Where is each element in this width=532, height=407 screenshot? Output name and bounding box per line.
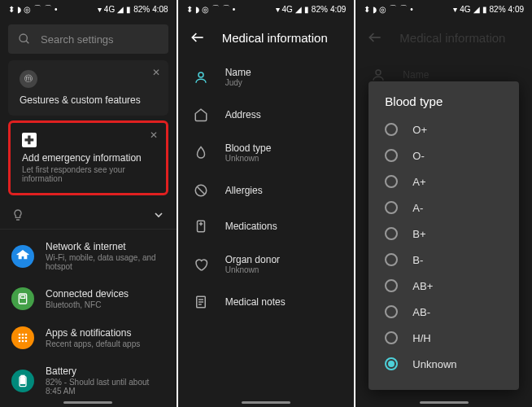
radio-icon: [385, 201, 398, 214]
settings-item[interactable]: Battery 82% - Should last until about 8:…: [0, 357, 177, 404]
radio-option[interactable]: A+: [368, 168, 519, 195]
svg-point-5: [22, 334, 24, 336]
emergency-title: Add emergency information: [22, 152, 155, 164]
home-indicator[interactable]: [242, 401, 290, 404]
home-indicator[interactable]: [63, 401, 112, 404]
clock: 4:09: [508, 5, 524, 14]
item-subtitle: Recent apps, default apps: [46, 339, 140, 348]
back-icon: [367, 29, 383, 46]
svg-line-20: [197, 187, 204, 195]
radio-label: H/H: [412, 332, 430, 344]
settings-item[interactable]: Connected devices Bluetooth, NFC: [0, 279, 177, 318]
svg-point-8: [22, 337, 24, 339]
item-title: Battery: [46, 365, 165, 377]
moon-icon: ◗: [373, 5, 377, 14]
item-icon: [193, 218, 209, 234]
status-icon: ⬍: [186, 5, 193, 14]
medical-item[interactable]: Medical notes: [178, 284, 355, 320]
radio-option[interactable]: Unknown: [368, 351, 519, 377]
item-title: Name: [225, 67, 251, 78]
item-title: Address: [225, 109, 261, 120]
medical-item[interactable]: Allergies: [178, 173, 355, 208]
emergency-subtitle: Let first responders see your informatio…: [22, 165, 155, 183]
radio-icon: [385, 357, 398, 370]
vpn-icon: ⌒: [44, 3, 52, 15]
signal-icon: ◢: [473, 5, 480, 14]
item-title: Apps & notifications: [46, 327, 140, 339]
medical-item[interactable]: Organ donor Unknown: [178, 244, 355, 284]
moon-icon: ◗: [17, 5, 21, 14]
wifi-icon: ▾: [98, 5, 102, 14]
item-subtitle: Unknown: [225, 154, 272, 163]
medical-item[interactable]: Address: [178, 97, 355, 133]
page-title: Medical information: [399, 31, 505, 45]
radio-option[interactable]: B+: [368, 221, 519, 247]
radio-label: AB-: [412, 306, 430, 318]
wifi-icon: ▾: [453, 5, 457, 14]
item-title: Connected devices: [46, 288, 129, 300]
target-icon: ◎: [202, 5, 209, 14]
search-icon: [18, 33, 31, 46]
svg-point-9: [25, 337, 28, 339]
blood-type-dialog: Blood type O+ O- A+ A- B+ B- AB+ AB- H/H…: [368, 81, 519, 390]
signal-icon: ◢: [117, 5, 124, 14]
radio-option[interactable]: AB+: [368, 273, 519, 299]
item-icon: [193, 182, 209, 199]
battery-icon: ▮: [304, 5, 309, 14]
item-subtitle: Unknown: [225, 265, 280, 274]
vpn-icon: ⌒: [389, 3, 397, 15]
medical-item[interactable]: Medications: [178, 208, 355, 244]
svg-point-11: [22, 340, 24, 343]
radio-icon: [385, 253, 398, 266]
close-icon[interactable]: ✕: [150, 129, 158, 141]
radio-label: A-: [412, 202, 423, 214]
clock: 4:09: [330, 5, 346, 14]
svg-rect-15: [20, 378, 24, 383]
target-icon: ◎: [24, 5, 31, 14]
signal-icon: ◢: [295, 5, 302, 14]
more-icon: •: [410, 5, 413, 14]
suggestions-toggle[interactable]: [0, 200, 177, 230]
radio-option[interactable]: H/H: [368, 325, 519, 351]
settings-item[interactable]: Apps & notifications Recent apps, defaul…: [0, 318, 177, 357]
item-title: Medical notes: [225, 296, 286, 308]
svg-point-0: [20, 34, 27, 42]
radio-label: A+: [412, 176, 425, 188]
radio-option[interactable]: B-: [368, 247, 519, 273]
settings-list: Network & internet Wi-Fi, mobile, data u…: [0, 233, 177, 407]
vpn-icon: ⌒: [211, 3, 220, 15]
search-input[interactable]: Search settings: [8, 24, 168, 54]
radio-option[interactable]: O+: [368, 116, 519, 142]
radio-option[interactable]: AB-: [368, 299, 519, 325]
radio-option[interactable]: A-: [368, 195, 519, 221]
gestures-card[interactable]: ✕ ⓜ Gestures & custom features: [8, 60, 168, 116]
settings-item[interactable]: Network & internet Wi-Fi, mobile, data u…: [0, 233, 177, 279]
svg-point-10: [19, 340, 21, 343]
medical-item[interactable]: Name Judy: [178, 57, 355, 97]
lte-label: 4G: [460, 5, 470, 14]
settings-item[interactable]: Display Wallpaper, sleep, font size: [0, 404, 177, 407]
status-icon: ⬍: [8, 5, 15, 14]
home-indicator[interactable]: [420, 401, 469, 404]
svg-point-6: [25, 334, 28, 336]
medical-list: Name Judy Address Blood type Unknown All…: [178, 57, 355, 320]
status-bar: ⬍ ◗ ◎ ⌒ ⌒ • ▾ 4G ◢ ▮ 82% 4:09: [178, 0, 355, 18]
radio-label: B+: [412, 228, 425, 240]
svg-point-18: [198, 72, 203, 77]
vpn-icon: ⌒: [33, 3, 41, 15]
back-icon[interactable]: [190, 29, 206, 46]
item-subtitle: Wi-Fi, mobile, data usage, and hotspot: [46, 253, 165, 271]
item-title: Blood type: [225, 142, 272, 154]
dialog-title: Blood type: [368, 94, 519, 116]
page-title: Medical information: [222, 31, 328, 45]
screen-settings: ⬍ ◗ ◎ ⌒ ⌒ • ▾ 4G ◢ ▮ 82% 4:08 Search set…: [0, 0, 177, 407]
emergency-card[interactable]: ✕ ✚ Add emergency information Let first …: [8, 120, 168, 195]
vpn-icon: ⌒: [222, 3, 230, 15]
screen-medical-info: ⬍ ◗ ◎ ⌒ ⌒ • ▾ 4G ◢ ▮ 82% 4:09 Medical in…: [178, 0, 355, 407]
radio-option[interactable]: O-: [368, 142, 519, 168]
radio-icon: [385, 305, 398, 318]
svg-point-7: [19, 337, 21, 339]
close-icon[interactable]: ✕: [152, 67, 160, 78]
medical-item[interactable]: Blood type Unknown: [178, 133, 355, 173]
bulb-icon: [11, 208, 24, 221]
